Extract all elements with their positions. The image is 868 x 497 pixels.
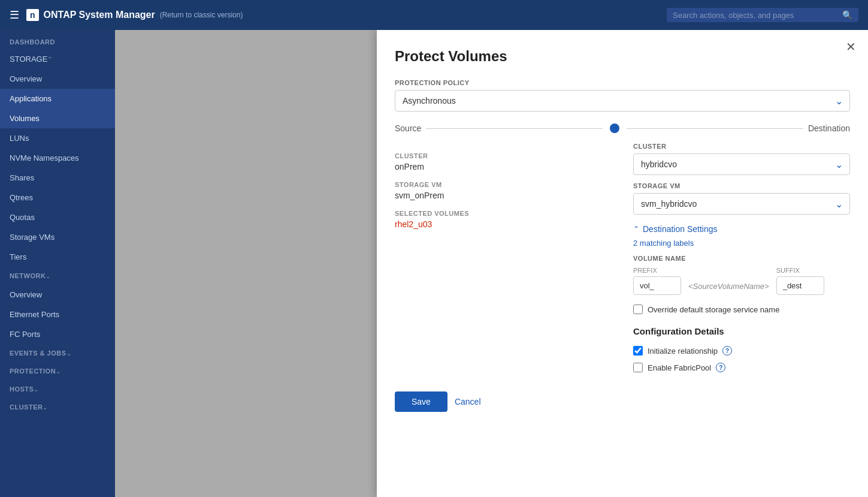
chevron-down-icon: ⌄ — [46, 273, 50, 279]
suffix-input[interactable] — [776, 276, 824, 295]
selected-volumes-value: rhel2_u03 — [395, 219, 612, 229]
prefix-input[interactable] — [633, 276, 681, 295]
protection-policy-label: PROTECTION POLICY — [395, 79, 850, 86]
search-bar: 🔍 — [667, 8, 858, 22]
override-label: Override default storage service name — [648, 305, 779, 314]
source-line — [426, 128, 603, 129]
destination-column: CLUSTER hybridcvo ⌄ STORAGE VM svm_hybri… — [633, 143, 850, 372]
source-cluster-label: CLUSTER — [395, 152, 612, 159]
sidebar-item-hosts[interactable]: HOSTS ⌄ — [0, 380, 115, 398]
sidebar-item-storage[interactable]: STORAGE ⌃ — [0, 49, 115, 69]
source-cluster-value: onPrem — [395, 162, 612, 171]
sidebar-item-storage-vms[interactable]: Storage VMs — [0, 227, 115, 247]
initialize-help-icon[interactable]: ? — [722, 346, 732, 356]
modal-title: Protect Volumes — [395, 48, 850, 65]
sidebar-item-shares[interactable]: Shares — [0, 168, 115, 188]
source-label: Source — [395, 124, 421, 133]
app-title: ONTAP System Manager — [44, 10, 155, 20]
prefix-label: PREFIX — [633, 267, 681, 274]
chevron-up-icon: ⌃ — [47, 56, 52, 62]
sidebar-item-tiers[interactable]: Tiers — [0, 247, 115, 267]
sidebar-item-network[interactable]: NETWORK ⌄ — [0, 267, 115, 285]
dest-vm-label: STORAGE VM — [633, 182, 850, 189]
chevron-down-icon-hosts: ⌄ — [34, 386, 38, 393]
sidebar-item-nvme[interactable]: NVMe Namespaces — [0, 148, 115, 168]
initialize-checkbox[interactable] — [633, 346, 643, 356]
protection-policy-dropdown-wrapper: Asynchronous ⌄ — [395, 90, 850, 112]
search-input[interactable] — [673, 11, 842, 20]
cancel-button[interactable]: Cancel — [455, 397, 481, 406]
selected-volumes-label: SELECTED VOLUMES — [395, 210, 612, 217]
dest-vm-select[interactable]: svm_hybridcvo — [633, 193, 850, 215]
config-details-title: Configuration Details — [633, 326, 850, 336]
sidebar-item-protection[interactable]: PROTECTION ⌄ — [0, 362, 115, 380]
dest-vm-dropdown-wrapper: svm_hybridcvo ⌄ — [633, 193, 850, 215]
override-checkbox[interactable] — [633, 305, 643, 314]
initialize-label: Initialize relationship — [648, 347, 718, 356]
sidebar-item-cluster[interactable]: CLUSTER ⌄ — [0, 398, 115, 416]
source-vol-name-col: <SourceVolumeName> — [686, 278, 772, 295]
dest-line — [627, 128, 803, 129]
sidebar-item-luns[interactable]: LUNs — [0, 128, 115, 148]
prefix-suffix-row: PREFIX <SourceVolumeName> SUFFIX — [633, 267, 850, 295]
dest-settings-label: Destination Settings — [643, 224, 718, 234]
sidebar-item-overview[interactable]: Overview — [0, 69, 115, 89]
matching-labels-text[interactable]: 2 matching labels — [633, 239, 850, 248]
fabricpool-help-icon[interactable]: ? — [716, 363, 725, 372]
prefix-col: PREFIX — [633, 267, 681, 295]
modal-backdrop: Protect Volumes ✕ PROTECTION POLICY Asyn… — [115, 30, 868, 497]
search-icon: 🔍 — [842, 10, 852, 20]
protection-policy-select[interactable]: Asynchronous — [395, 90, 850, 112]
source-column: CLUSTER onPrem STORAGE VM svm_onPrem SEL… — [395, 143, 621, 372]
suffix-label: SUFFIX — [776, 267, 824, 274]
topbar: ☰ n ONTAP System Manager (Return to clas… — [0, 0, 868, 30]
volume-name-label: VOLUME NAME — [633, 255, 850, 262]
chevron-down-icon-protection: ⌄ — [56, 368, 61, 375]
protection-policy-section: PROTECTION POLICY Asynchronous ⌄ — [395, 79, 850, 112]
chevron-down-icon-events: ⌄ — [66, 350, 71, 357]
sidebar-item-fc-ports[interactable]: FC Ports — [0, 324, 115, 344]
sidebar-item-network-overview[interactable]: Overview — [0, 285, 115, 305]
sidebar: DASHBOARD STORAGE ⌃ Overview Application… — [0, 30, 115, 497]
chevron-up-icon-dest-settings: ⌃ — [633, 225, 639, 233]
fabricpool-checkbox[interactable] — [633, 363, 643, 372]
modal-panel: Protect Volumes ✕ PROTECTION POLICY Asyn… — [377, 30, 868, 497]
main-layout: DASHBOARD STORAGE ⌃ Overview Application… — [0, 30, 868, 497]
midpoint-dot — [610, 124, 619, 133]
modal-close-button[interactable]: ✕ — [846, 40, 856, 54]
dest-cluster-select[interactable]: hybridcvo — [633, 153, 850, 175]
chevron-down-icon-cluster: ⌄ — [43, 404, 47, 411]
sidebar-item-volumes[interactable]: Volumes — [0, 109, 115, 128]
content-area: Protect Volumes ✕ PROTECTION POLICY Asyn… — [115, 30, 868, 497]
source-vol-name-placeholder: <SourceVolumeName> — [686, 278, 772, 295]
return-classic-link[interactable]: (Return to classic version) — [160, 11, 243, 19]
fabricpool-checkbox-row: Enable FabricPool ? — [633, 363, 850, 372]
dest-settings-toggle[interactable]: ⌃ Destination Settings — [633, 224, 850, 234]
sidebar-item-applications[interactable]: Applications — [0, 89, 115, 109]
volume-name-section: VOLUME NAME PREFIX <SourceVolumeName> — [633, 255, 850, 295]
fabricpool-label: Enable FabricPool — [648, 363, 711, 372]
two-col-layout: CLUSTER onPrem STORAGE VM svm_onPrem SEL… — [395, 143, 850, 372]
override-checkbox-row: Override default storage service name — [633, 305, 850, 314]
app-logo: n — [26, 9, 39, 21]
sidebar-item-ethernet-ports[interactable]: Ethernet Ports — [0, 305, 115, 324]
initialize-checkbox-row: Initialize relationship ? — [633, 346, 850, 356]
modal-footer: Save Cancel — [395, 382, 850, 424]
suffix-col: SUFFIX — [776, 267, 824, 295]
dest-cluster-dropdown-wrapper: hybridcvo ⌄ — [633, 153, 850, 175]
source-vm-value: svm_onPrem — [395, 191, 612, 200]
sidebar-item-qtrees[interactable]: Qtrees — [0, 188, 115, 207]
sidebar-section-dashboard: DASHBOARD — [0, 30, 115, 49]
menu-icon[interactable]: ☰ — [10, 8, 19, 22]
save-button[interactable]: Save — [395, 391, 447, 412]
dest-cluster-label: CLUSTER — [633, 143, 850, 150]
sidebar-item-quotas[interactable]: Quotas — [0, 207, 115, 227]
sidebar-item-events-jobs[interactable]: EVENTS & JOBS ⌄ — [0, 344, 115, 362]
source-vm-label: STORAGE VM — [395, 181, 612, 188]
destination-label: Destination — [808, 124, 850, 133]
source-dest-bar: Source Destination — [395, 124, 850, 133]
